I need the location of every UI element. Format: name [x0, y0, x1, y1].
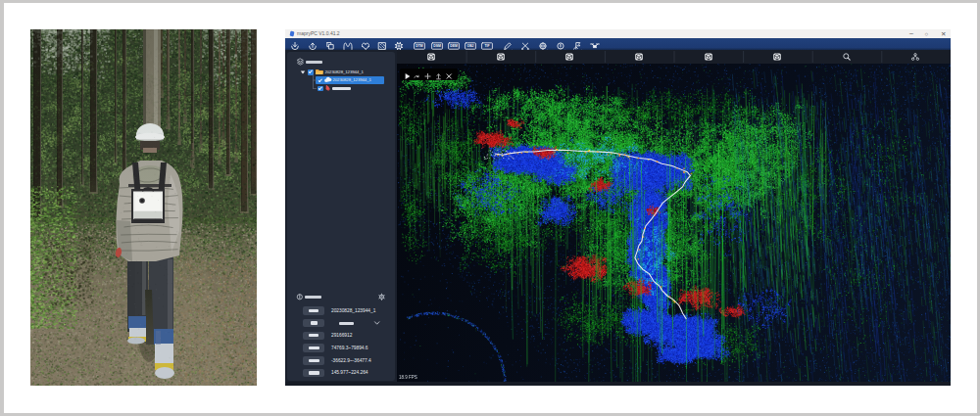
svg-text:OBJ: OBJ: [467, 44, 474, 48]
svg-text:DTM: DTM: [416, 44, 423, 48]
svg-text:TIF: TIF: [484, 44, 489, 48]
svg-text:DSM: DSM: [433, 44, 441, 48]
svg-text:DEM: DEM: [450, 44, 458, 48]
